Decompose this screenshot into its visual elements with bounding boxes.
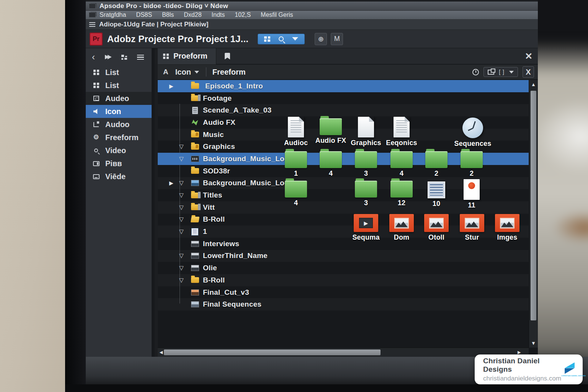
panel-close-icon[interactable]: ✕ (525, 51, 532, 62)
expander-icon[interactable]: ▽ (179, 252, 190, 259)
menubar: SratgfdhaDS8SB8lsDxd28Indts102,SMesfil G… (86, 11, 538, 20)
tree-row[interactable]: Scende_A_Take_03 (158, 104, 529, 116)
grid-item-audio-fx[interactable]: Audio FX (312, 118, 350, 145)
grid-item-stur[interactable]: Stur (453, 214, 491, 242)
tree-row[interactable]: Final Sequences (158, 298, 529, 310)
app-window: Apsode Pro - bidoe -tideo- Dilog ˅ Ndew … (86, 0, 538, 357)
grid-item-4[interactable]: 4 (277, 181, 315, 207)
expand-play-icon[interactable]: ▶ (169, 180, 179, 186)
grid-item-2[interactable]: 2 (417, 151, 456, 178)
menu-item[interactable]: DS8S (136, 11, 152, 18)
expander-icon[interactable]: ▽ (179, 180, 190, 186)
horizontal-scrollbar[interactable]: ◄ ► (158, 348, 529, 357)
sidebar-item-list[interactable]: List (86, 79, 152, 92)
expander-icon[interactable]: ▽ (179, 143, 190, 150)
grid-item-sequences[interactable]: Sequences (454, 118, 492, 148)
toolbar-close-button[interactable]: X (523, 66, 534, 78)
sidebar-item-icon[interactable]: Icon (86, 105, 152, 118)
tree-item-label: LowerThird_Name (203, 252, 268, 260)
grid-item-sequma[interactable]: ▶Sequma (347, 214, 385, 242)
menu-item[interactable]: 102,S (235, 11, 251, 18)
grid-icon[interactable] (121, 55, 127, 60)
menu-item[interactable]: Sratgfdha (100, 11, 126, 18)
scroll-left-icon[interactable]: ◄ (158, 349, 164, 355)
flag-icon[interactable] (105, 55, 112, 59)
vertical-scrollbar[interactable]: ▲ ▼ (529, 80, 538, 348)
sidebar-item-viēde[interactable]: Viēde (86, 170, 152, 183)
expander-icon[interactable]: ▽ (179, 216, 190, 223)
tree-row[interactable]: Footage (158, 92, 529, 105)
back-chevron-icon[interactable]: ‹ (92, 53, 95, 61)
hamburger-icon[interactable] (89, 22, 95, 27)
grid-item-11[interactable]: 11 (452, 179, 491, 209)
search-icon[interactable] (279, 36, 284, 41)
expander-icon[interactable]: ▽ (179, 228, 190, 235)
sidebar-item-piвв[interactable]: Piвв (86, 157, 152, 170)
grid-item-4[interactable]: 4 (382, 151, 421, 178)
bookmark-icon[interactable] (225, 53, 230, 60)
grid-item-10[interactable]: 10 (417, 181, 456, 208)
vertical-scroll-thumb[interactable] (531, 91, 536, 320)
font-a-icon[interactable]: A (163, 68, 168, 76)
tab-proeform[interactable]: Proeform (158, 48, 216, 64)
red-play-thumbnail-icon: ▶ (354, 214, 378, 232)
menu-item[interactable]: Indts (212, 11, 225, 18)
horizontal-scroll-thumb[interactable] (164, 350, 381, 355)
menubar-top-label[interactable]: Apsode Pro - bidoe -tideo- Dilog ˅ Ndew (100, 2, 228, 10)
sidebar-item-list[interactable]: List (86, 66, 152, 79)
thumbnail-options-button[interactable]: [ ] (483, 67, 518, 77)
watermark-text: Christian Daniel Designs christiandaniel… (483, 357, 561, 382)
expander-icon[interactable]: ▽ (179, 155, 190, 162)
thumb-orange-glyph (191, 289, 199, 296)
scroll-up-icon[interactable]: ▲ (529, 82, 538, 87)
grid-item-label: Otoll (428, 234, 444, 242)
grid-item-4[interactable]: 4 (312, 151, 350, 178)
view-toggle-group[interactable] (258, 34, 305, 44)
tree-item-label: 1 (203, 227, 207, 236)
doc-white-icon (190, 228, 200, 235)
grid-item-graphics[interactable]: Graphics (347, 117, 385, 147)
menu-item[interactable]: Mesfil Geris (261, 11, 293, 18)
dropdown-arrow-icon[interactable] (292, 37, 298, 41)
grid-item-otoll[interactable]: Otoll (417, 214, 456, 242)
grid-item-2[interactable]: 2 (452, 151, 491, 178)
tree-row[interactable]: ▶Episode_1_Intro (158, 80, 529, 92)
grid-item-3[interactable]: 3 (347, 151, 385, 178)
sidebar-item-video[interactable]: Video (86, 144, 152, 157)
thumb-icon (190, 241, 200, 247)
watermark-title: Christian Daniel Designs (483, 357, 561, 374)
tree-row[interactable]: ▽LowerThird_Name (158, 250, 529, 262)
tree-row[interactable]: ▽Olie (158, 262, 529, 274)
menu-item[interactable]: Dxd28 (184, 11, 201, 18)
sidebar-item-freeform[interactable]: ⚙Freeform (86, 131, 152, 144)
grid-item-12[interactable]: 12 (382, 181, 421, 207)
expander-icon[interactable]: ▽ (179, 192, 190, 199)
tree-item-label: Interviews (203, 240, 239, 248)
scroll-down-icon[interactable]: ▼ (529, 340, 538, 346)
expand-play-icon[interactable]: ▶ (169, 83, 179, 89)
grid-item-imges[interactable]: Imges (488, 214, 526, 242)
grid-item-dom[interactable]: Dom (382, 214, 421, 242)
grid-item-audioc[interactable]: Audioc (277, 117, 315, 147)
grid-glyph (93, 83, 99, 88)
thumb-glyph (191, 253, 199, 259)
tree-row[interactable]: Final_Cut_v3 (158, 286, 529, 299)
clock-icon[interactable] (472, 69, 479, 75)
marker-button[interactable]: M (331, 33, 343, 45)
expander-icon[interactable]: ▽ (179, 265, 190, 271)
grid-item-eeqonics[interactable]: Eeqonics (382, 117, 421, 147)
expander-icon[interactable]: ▽ (179, 277, 190, 284)
monitor-bottom-bezel (65, 384, 588, 392)
expander-icon[interactable]: ▽ (179, 204, 190, 211)
tree-row[interactable]: ▽B-Roll (158, 274, 529, 286)
menu-icon[interactable] (137, 55, 144, 60)
view-mode-dropdown[interactable]: Icon (175, 68, 199, 77)
tiles-icon[interactable] (264, 36, 270, 42)
tree-item-label: B-Roll (203, 215, 225, 224)
grid-item-1[interactable]: 1 (277, 151, 315, 178)
target-button[interactable]: ⊕ (315, 33, 327, 45)
sidebar-item-audoo[interactable]: Audoo (86, 118, 152, 131)
sidebar-item-audeo[interactable]: Audeo (86, 92, 152, 105)
menu-item[interactable]: B8ls (162, 11, 174, 18)
grid-item-3[interactable]: 3 (347, 181, 385, 207)
